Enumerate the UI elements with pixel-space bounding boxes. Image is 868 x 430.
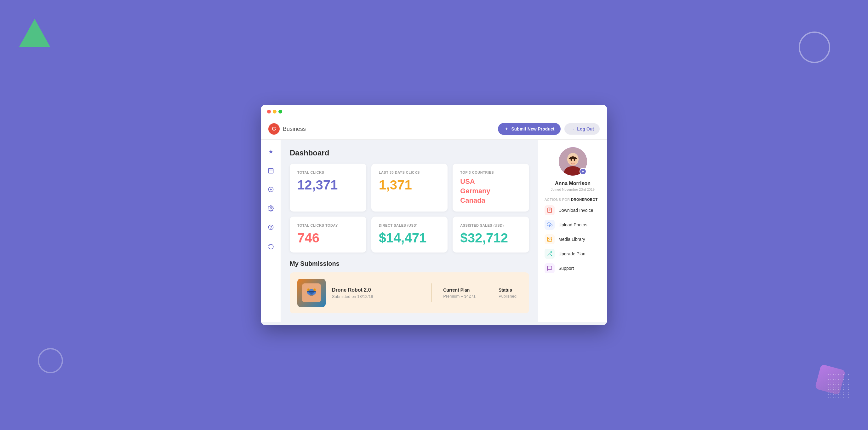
stat-label-assisted-sales: ASSISTED SALES (USD) (460, 224, 522, 227)
action-media-library[interactable]: Media Library (545, 234, 601, 244)
sidebar-item-refresh[interactable] (265, 240, 277, 252)
avatar-container: + (559, 147, 587, 176)
status-label: Status (499, 287, 517, 292)
action-list: Download Invoice Upload Photos (545, 205, 601, 273)
bg-dots (827, 373, 852, 399)
logo-area: G Business (268, 123, 306, 135)
stat-label-countries: TOP 3 COUNTRIES (460, 171, 522, 174)
stat-card-assisted-sales: ASSISTED SALES (USD) $32,712 (453, 217, 529, 253)
support-icon (545, 263, 555, 273)
maximize-button[interactable] (278, 110, 282, 114)
upgrade-plan-icon (545, 249, 555, 259)
svg-point-25 (571, 163, 575, 165)
svg-point-18 (310, 294, 313, 296)
stat-label-last30: LAST 30 DAYS CLICKS (379, 171, 440, 174)
stat-value-last30: 1,371 (379, 177, 440, 193)
submissions-title: My Submissions (290, 260, 529, 267)
stats-grid-row1: TOTAL CLICKS 12,371 LAST 30 DAYS CLICKS … (290, 164, 529, 211)
stat-label-total-clicks: TOTAL CLICKS (297, 171, 359, 174)
main-content: Dashboard TOTAL CLICKS 12,371 LAST 30 DA… (281, 140, 538, 322)
country-usa: USA (460, 177, 522, 186)
bg-circle-bl (38, 348, 63, 373)
logo-icon: G (268, 123, 280, 135)
upload-photos-icon (545, 220, 555, 230)
stat-value-assisted-sales: $32,712 (460, 230, 522, 246)
header: G Business ＋ Submit New Product → Log Ou… (261, 118, 607, 140)
action-upgrade-plan[interactable]: Upgrade Plan (545, 249, 601, 259)
stat-card-direct-sales: DIRECT SALES (USD) $14,471 (371, 217, 448, 253)
submission-card: Drone Robot 2.0 Submitted on 18/12/19 Cu… (290, 273, 529, 313)
stats-grid-row2: TOTAL CLICKS TODAY 746 DIRECT SALES (USD… (290, 217, 529, 253)
right-panel: + Anna Morrison Joined November 23rd 201… (538, 140, 607, 322)
sidebar: ★ (261, 140, 281, 322)
bg-triangle (19, 19, 51, 47)
action-support[interactable]: Support (545, 263, 601, 273)
divider-2 (487, 283, 487, 302)
svg-point-23 (570, 159, 572, 161)
download-invoice-icon (545, 205, 555, 215)
stat-value-direct-sales: $14,471 (379, 230, 440, 246)
product-name: Drone Robot 2.0 (332, 287, 425, 293)
action-upload-photos[interactable]: Upload Photos (545, 220, 601, 230)
plan-label: Current Plan (443, 287, 475, 292)
stat-value-clicks-today: 746 (297, 230, 359, 246)
titlebar (261, 105, 607, 118)
window-controls (267, 110, 282, 114)
plan-info: Current Plan Premium – $4271 (438, 287, 480, 298)
sidebar-item-help[interactable] (265, 222, 277, 233)
media-library-label: Media Library (558, 237, 585, 242)
plus-icon: ＋ (504, 126, 509, 132)
stat-card-countries: TOP 3 COUNTRIES USA Germany Canada (453, 164, 529, 211)
user-name: Anna Morrison (555, 181, 591, 186)
main-window: G Business ＋ Submit New Product → Log Ou… (261, 105, 607, 325)
support-label: Support (558, 266, 574, 271)
plan-value: Premium – $4271 (443, 294, 475, 298)
logo-text: Business (283, 126, 306, 133)
action-download-invoice[interactable]: Download Invoice (545, 205, 601, 215)
upgrade-plan-label: Upgrade Plan (558, 251, 586, 256)
product-image (297, 279, 326, 307)
media-library-icon (545, 234, 555, 244)
page-title: Dashboard (290, 148, 529, 157)
user-joined: Joined November 23rd 2019 (551, 188, 595, 191)
logout-icon: → (570, 126, 575, 132)
svg-point-32 (548, 238, 549, 239)
sidebar-item-add[interactable] (265, 184, 277, 195)
countries-list: USA Germany Canada (460, 177, 522, 205)
header-actions: ＋ Submit New Product → Log Out (498, 123, 600, 135)
stat-card-clicks-today: TOTAL CLICKS TODAY 746 (290, 217, 366, 253)
product-info: Drone Robot 2.0 Submitted on 18/12/19 (332, 287, 425, 299)
actions-label: ACTIONS FOR DRONEROBOT (545, 198, 598, 201)
submit-new-product-button[interactable]: ＋ Submit New Product (498, 123, 561, 135)
svg-point-7 (270, 208, 272, 209)
svg-rect-13 (307, 291, 316, 292)
avatar-add-button[interactable]: + (580, 168, 586, 175)
body-layout: ★ (261, 140, 607, 322)
stat-card-total-clicks: TOTAL CLICKS 12,371 (290, 164, 366, 211)
status-value: Published (499, 294, 517, 298)
stat-label-direct-sales: DIRECT SALES (USD) (379, 224, 440, 227)
stat-value-total-clicks: 12,371 (297, 177, 359, 193)
minimize-button[interactable] (273, 110, 277, 114)
status-info: Status Published (494, 287, 522, 298)
bg-circle-tr (799, 31, 830, 63)
stat-label-clicks-today: TOTAL CLICKS TODAY (297, 224, 359, 227)
product-date: Submitted on 18/12/19 (332, 294, 425, 299)
download-invoice-label: Download Invoice (558, 208, 593, 213)
sidebar-item-settings[interactable] (265, 203, 277, 214)
logout-button[interactable]: → Log Out (564, 123, 600, 135)
sidebar-item-dashboard[interactable]: ★ (265, 146, 277, 157)
sidebar-item-calendar[interactable] (265, 165, 277, 176)
upload-photos-label: Upload Photos (558, 222, 587, 227)
stat-card-last30: LAST 30 DAYS CLICKS 1,371 (371, 164, 448, 211)
country-canada: Canada (460, 196, 522, 205)
close-button[interactable] (267, 110, 271, 114)
svg-point-24 (574, 159, 575, 161)
svg-rect-0 (268, 168, 273, 173)
country-germany: Germany (460, 187, 522, 195)
